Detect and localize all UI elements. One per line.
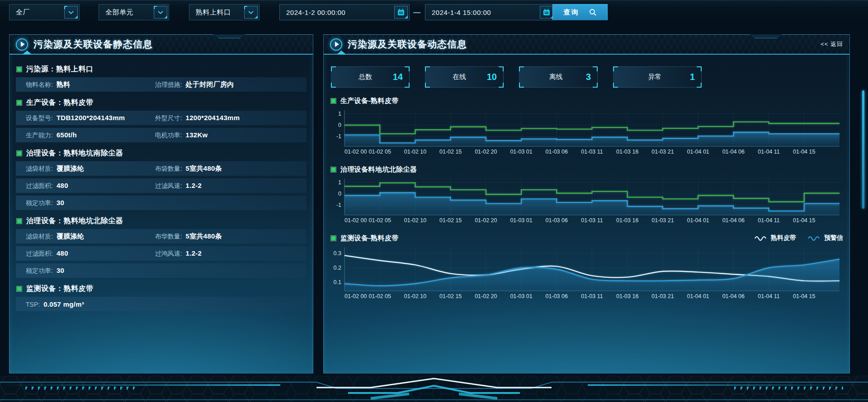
info-value: 1.2-2 <box>186 249 202 257</box>
chart-plot: 01-02 0001-02 0501-02 1001-02 1501-02 20… <box>330 108 841 156</box>
chart-block: 治理设备料地坑北除尘器01-02 0001-02 0501-02 1001-02… <box>330 164 843 225</box>
svg-text:01-03 01: 01-03 01 <box>510 293 532 299</box>
unit-select[interactable]: 全部单元 <box>99 4 169 20</box>
stat-value: 3 <box>586 72 591 82</box>
chevron-down-icon[interactable] <box>244 6 258 19</box>
info-value: 处于封闭厂房内 <box>186 80 234 89</box>
svg-text:0: 0 <box>338 122 341 128</box>
search-icon <box>589 9 597 16</box>
legend-item[interactable]: 熟料皮带 <box>755 234 796 242</box>
dashboard-screen: 全厂 全部单元 熟料上料口 2024-1-2 00:00:00 <box>0 0 868 402</box>
date-range-separator: — <box>411 9 422 17</box>
svg-text:01-02 10: 01-02 10 <box>404 293 426 299</box>
svg-text:1: 1 <box>338 179 341 186</box>
info-label: 滤袋材质: <box>26 233 53 241</box>
svg-text:01-03 21: 01-03 21 <box>651 217 674 224</box>
svg-text:01-02 10: 01-02 10 <box>404 217 426 224</box>
info-kv-row: 滤袋材质:覆膜涤纶布袋数量:5室共480条 <box>16 161 307 176</box>
play-circle-icon <box>16 38 28 51</box>
green-square-icon <box>17 151 22 156</box>
chevron-down-icon[interactable] <box>64 6 78 19</box>
green-square-icon <box>17 219 22 224</box>
chart-plot: 01-02 0001-02 0501-02 1001-02 1501-02 20… <box>330 176 841 225</box>
svg-text:01-04 11: 01-04 11 <box>758 217 779 224</box>
footer-decoration <box>0 376 868 402</box>
info-label: 布华数量: <box>155 233 182 241</box>
info-value: 480 <box>57 182 68 189</box>
legend-label: 熟料皮带 <box>771 234 796 242</box>
stat-box: 在线10 <box>425 66 504 88</box>
svg-text:01-04 11: 01-04 11 <box>758 293 779 299</box>
svg-text:01-02 15: 01-02 15 <box>439 149 462 155</box>
chevron-down-icon[interactable] <box>154 6 167 19</box>
stat-box: 总数14 <box>331 66 410 88</box>
svg-text:01-02 00: 01-02 00 <box>344 293 367 299</box>
legend-item[interactable]: 预警信 <box>808 234 843 242</box>
svg-text:1: 1 <box>338 111 341 117</box>
info-cell: 过滤风速:1.2-2 <box>155 182 307 190</box>
query-button-label: 查询 <box>564 8 579 17</box>
info-label: 额定功率: <box>26 267 53 275</box>
info-label: 电机功率: <box>155 131 182 140</box>
svg-text:01-03 16: 01-03 16 <box>616 293 638 299</box>
svg-text:0.1: 0.1 <box>334 279 341 285</box>
info-cell: 过滤面积:480 <box>26 249 155 258</box>
info-value: 0.057 mg/m³ <box>43 300 84 308</box>
calendar-icon[interactable] <box>394 6 408 19</box>
header-notch-decoration <box>213 34 245 38</box>
svg-text:01-04 11: 01-04 11 <box>758 149 779 155</box>
info-label: 物料名称: <box>26 81 53 89</box>
svg-text:01-02 20: 01-02 20 <box>475 293 497 299</box>
section-title: 治理设备：熟料地坑北除尘器 <box>26 216 123 226</box>
info-kv-row: 额定功率:30 <box>16 263 307 278</box>
end-datetime-value: 2024-1-4 15:00:00 <box>432 9 491 16</box>
svg-text:01-02 20: 01-02 20 <box>475 217 497 224</box>
stat-value: 1 <box>690 72 695 82</box>
svg-text:-1: -1 <box>336 133 341 140</box>
svg-text:01-04 06: 01-04 06 <box>722 217 745 224</box>
info-cell: 过鸿风速:1.2-2 <box>155 249 307 258</box>
plant-select[interactable]: 全厂 <box>9 4 80 20</box>
info-value: 覆膜涤纶 <box>57 164 84 173</box>
svg-text:0.3: 0.3 <box>334 250 341 257</box>
calendar-icon[interactable] <box>540 6 553 19</box>
svg-text:01-04 01: 01-04 01 <box>687 293 709 299</box>
legend-label: 预警信 <box>824 234 843 242</box>
end-datetime-field[interactable]: 2024-1-4 15:00:00 <box>425 4 555 20</box>
svg-text:01-02 20: 01-02 20 <box>475 149 497 155</box>
start-datetime-field[interactable]: 2024-1-2 00:00:00 <box>279 4 410 20</box>
svg-text:01-03 06: 01-03 06 <box>546 149 568 155</box>
dynamic-info-panel-title: 污染源及关联设备动态信息 <box>348 38 467 51</box>
info-cell: 物料名称:熟料 <box>26 80 155 89</box>
info-cell: 设备型号:TDB1200*204143mm <box>26 114 155 122</box>
svg-text:01-02 10: 01-02 10 <box>404 149 426 155</box>
info-cell: 布华数量:5室共480条 <box>155 232 307 241</box>
scrollbar-thumb[interactable] <box>862 90 864 209</box>
svg-text:01-04 15: 01-04 15 <box>793 149 815 155</box>
info-cell: 布袋数量:5室共480条 <box>155 164 307 173</box>
svg-text:01-02 05: 01-02 05 <box>369 293 391 299</box>
info-kv-row: 生产能力:650t/h电机功率:132Kw <box>16 128 307 142</box>
info-kv-row: 过滤面积:480过鸿风速:1.2-2 <box>16 246 307 261</box>
info-value: 5室共480条 <box>186 164 222 173</box>
query-button[interactable]: 查询 <box>552 4 608 20</box>
info-kv-row: 过滤面积:480过滤风速:1.2-2 <box>16 178 307 193</box>
info-cell: 滤袋材质:覆膜涤纶 <box>26 232 155 241</box>
stat-label: 在线 <box>453 73 466 81</box>
chart-title-row: 治理设备料地坑北除尘器 <box>330 164 843 175</box>
static-info-rows: 污染源：熟料上料口物料名称:熟料治理措施:处于封闭厂房内生产设备：熟料皮带设备型… <box>9 55 313 311</box>
source-select[interactable]: 熟料上料口 <box>189 4 259 20</box>
info-kv-row: 物料名称:熟料治理措施:处于封闭厂房内 <box>16 77 307 92</box>
dynamic-info-panel: 污染源及关联设备动态信息 << 返回 总数14在线10离线3异常1 生产设备-熟… <box>323 34 850 374</box>
static-info-panel-title: 污染源及关联设备静态信息 <box>33 38 153 51</box>
stat-label: 离线 <box>549 73 562 81</box>
static-info-panel: 污染源及关联设备静态信息 污染源：熟料上料口物料名称:熟料治理措施:处于封闭厂房… <box>9 34 313 374</box>
section-title: 治理设备：熟料地坑南除尘器 <box>26 149 123 158</box>
info-kv-row: 滤袋材质:覆膜涤纶布华数量:5室共480条 <box>16 229 307 243</box>
info-label: 生产能力: <box>26 131 53 140</box>
stat-value: 10 <box>487 72 497 82</box>
info-kv-row: 额定功率:30 <box>16 196 307 210</box>
info-section-row: 污染源：熟料上料口 <box>16 61 307 77</box>
back-link[interactable]: << 返回 <box>821 40 843 48</box>
info-value: 30 <box>57 266 64 274</box>
